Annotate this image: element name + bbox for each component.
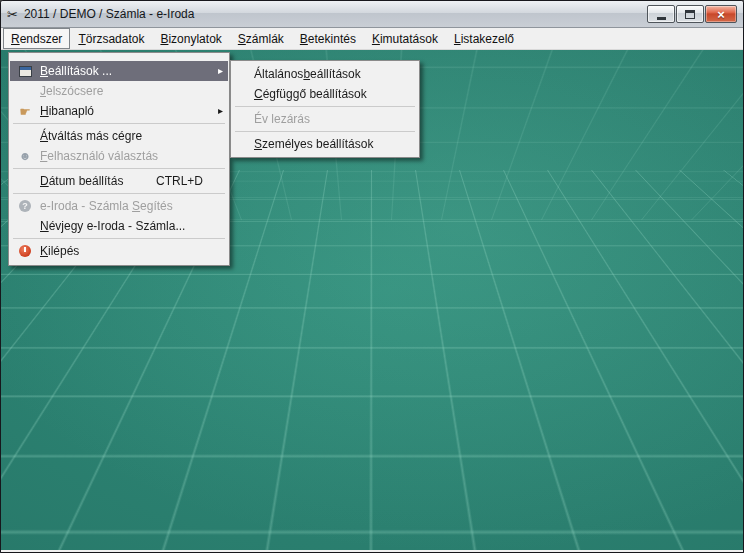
menubar-item-torzsadatok[interactable]: Törzsadatok bbox=[70, 28, 152, 49]
menu-item-felhasznalo-valasztas: ☻ Felhasználó választás bbox=[10, 146, 228, 166]
menu-item-jelszocsere: Jelszócsere bbox=[10, 81, 228, 101]
menu-separator bbox=[235, 131, 415, 132]
close-button[interactable]: × bbox=[705, 5, 737, 23]
help-icon: ? bbox=[19, 200, 31, 212]
menu-item-beallitasok[interactable]: Beállítások ... ▸ bbox=[10, 61, 228, 81]
app-icon[interactable]: ✂ bbox=[7, 8, 18, 21]
settings-window-icon bbox=[19, 66, 32, 77]
users-icon: ☻ bbox=[19, 150, 32, 162]
app-window: ✂ 2011 / DEMO / Számla - e-Iroda × Rends… bbox=[0, 0, 744, 553]
menubar-item-szamlak[interactable]: Számlák bbox=[230, 28, 292, 49]
minimize-icon bbox=[657, 17, 666, 20]
beallitasok-submenu: Általános beállítások Cégfüggő beállítás… bbox=[230, 60, 420, 158]
caption-buttons: × bbox=[647, 5, 737, 23]
submenu-item-cegfuggo-beallitasok[interactable]: Cégfüggő beállítások bbox=[232, 84, 418, 104]
shortcut-label: CTRL+D bbox=[156, 174, 203, 188]
submenu-item-altalanos-beallitasok[interactable]: Általános beállítások bbox=[232, 64, 418, 84]
menubar: Rendszer Törzsadatok Bizonylatok Számlák… bbox=[1, 28, 743, 50]
menubar-item-listakezelo[interactable]: Listakezelő bbox=[446, 28, 522, 49]
menu-separator bbox=[13, 123, 225, 124]
menu-separator bbox=[13, 193, 225, 194]
submenu-arrow-icon: ▸ bbox=[211, 106, 223, 116]
titlebar[interactable]: ✂ 2011 / DEMO / Számla - e-Iroda × bbox=[1, 1, 743, 28]
maximize-button[interactable] bbox=[676, 5, 704, 23]
menu-separator bbox=[13, 168, 225, 169]
menu-item-datum-beallitas[interactable]: Dátum beállítás CTRL+D bbox=[10, 171, 228, 191]
menubar-item-rendszer[interactable]: Rendszer bbox=[3, 28, 70, 49]
menu-item-kilepes[interactable]: Kilépés bbox=[10, 241, 228, 261]
hand-icon: ☛ bbox=[19, 105, 31, 118]
rendszer-menu: Beállítások ... ▸ Jelszócsere ☛ Hibanapl… bbox=[8, 52, 230, 266]
menubar-item-bizonylatok[interactable]: Bizonylatok bbox=[152, 28, 229, 49]
menu-item-atvaltas-mas-cegre[interactable]: Átváltás más cégre bbox=[10, 126, 228, 146]
menu-separator bbox=[13, 238, 225, 239]
exit-icon bbox=[19, 245, 31, 257]
menubar-item-kimutatasok[interactable]: Kimutatások bbox=[364, 28, 446, 49]
submenu-item-szemelyes-beallitasok[interactable]: Személyes beállítások bbox=[232, 134, 418, 154]
maximize-icon bbox=[685, 10, 695, 19]
menu-item-nevjegy[interactable]: Névjegy e-Iroda - Számla... bbox=[10, 216, 228, 236]
menu-item-segites: ? e-Iroda - Számla Segítés bbox=[10, 196, 228, 216]
menubar-item-betekintes[interactable]: Betekintés bbox=[292, 28, 364, 49]
close-icon: × bbox=[717, 8, 725, 21]
submenu-arrow-icon: ▸ bbox=[211, 66, 223, 76]
window-title: 2011 / DEMO / Számla - e-Iroda bbox=[24, 7, 195, 21]
submenu-item-ev-lezaras: Év lezárás bbox=[232, 109, 418, 129]
menu-separator bbox=[235, 106, 415, 107]
minimize-button[interactable] bbox=[647, 5, 675, 23]
menu-item-hibanaplo[interactable]: ☛ Hibanapló ▸ bbox=[10, 101, 228, 121]
